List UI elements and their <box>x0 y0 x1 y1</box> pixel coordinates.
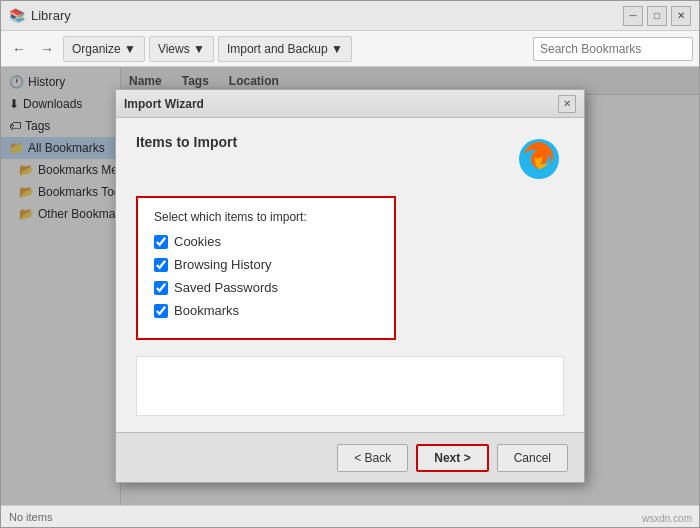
checkbox-saved-passwords-input[interactable] <box>154 281 168 295</box>
title-bar: 📚 Library ─ □ ✕ <box>1 1 699 31</box>
back-button[interactable]: ← <box>7 37 31 61</box>
dialog-title-text: Import Wizard <box>124 97 558 111</box>
import-wizard-dialog: Import Wizard ✕ Items to Import <box>115 89 585 483</box>
close-window-button[interactable]: ✕ <box>671 6 691 26</box>
main-window: 📚 Library ─ □ ✕ ← → Organize ▼ Views ▼ I… <box>0 0 700 528</box>
status-bar: No items <box>1 505 699 527</box>
title-bar-icon: 📚 <box>9 8 25 24</box>
items-box-label: Select which items to import: <box>154 210 378 224</box>
watermark: wsxdn.com <box>642 513 692 524</box>
checkbox-browsing-history-input[interactable] <box>154 258 168 272</box>
firefox-logo <box>514 134 564 184</box>
main-area: 🕐 History ⬇ Downloads 🏷 Tags 📁 All Bookm… <box>1 67 699 505</box>
checkbox-cookies-label: Cookies <box>174 234 221 249</box>
modal-overlay: Import Wizard ✕ Items to Import <box>1 67 699 505</box>
dialog-header-row: Items to Import <box>136 134 564 184</box>
checkbox-saved-passwords-label: Saved Passwords <box>174 280 278 295</box>
organize-button[interactable]: Organize ▼ <box>63 36 145 62</box>
checkbox-bookmarks[interactable]: Bookmarks <box>154 303 378 318</box>
views-button[interactable]: Views ▼ <box>149 36 214 62</box>
items-selection-box: Select which items to import: Cookies Br… <box>136 196 396 340</box>
import-backup-button[interactable]: Import and Backup ▼ <box>218 36 352 62</box>
checkbox-browsing-history-label: Browsing History <box>174 257 272 272</box>
next-dialog-button[interactable]: Next > <box>416 444 488 472</box>
cancel-dialog-button[interactable]: Cancel <box>497 444 568 472</box>
checkbox-browsing-history[interactable]: Browsing History <box>154 257 378 272</box>
toolbar: ← → Organize ▼ Views ▼ Import and Backup… <box>1 31 699 67</box>
maximize-button[interactable]: □ <box>647 6 667 26</box>
dialog-body: Items to Import Select which items to im… <box>116 118 584 432</box>
forward-button[interactable]: → <box>35 37 59 61</box>
search-box <box>533 37 693 61</box>
minimize-button[interactable]: ─ <box>623 6 643 26</box>
title-bar-text: Library <box>31 8 623 23</box>
status-text: No items <box>9 511 52 523</box>
back-dialog-button[interactable]: < Back <box>337 444 408 472</box>
title-bar-controls: ─ □ ✕ <box>623 6 691 26</box>
checkbox-bookmarks-label: Bookmarks <box>174 303 239 318</box>
dialog-footer: < Back Next > Cancel <box>116 432 584 482</box>
search-input[interactable] <box>540 42 670 56</box>
dialog-heading: Items to Import <box>136 134 237 150</box>
dialog-close-button[interactable]: ✕ <box>558 95 576 113</box>
dialog-title-bar: Import Wizard ✕ <box>116 90 584 118</box>
checkbox-bookmarks-input[interactable] <box>154 304 168 318</box>
checkbox-cookies[interactable]: Cookies <box>154 234 378 249</box>
checkbox-saved-passwords[interactable]: Saved Passwords <box>154 280 378 295</box>
checkbox-cookies-input[interactable] <box>154 235 168 249</box>
dialog-spacer <box>136 356 564 416</box>
